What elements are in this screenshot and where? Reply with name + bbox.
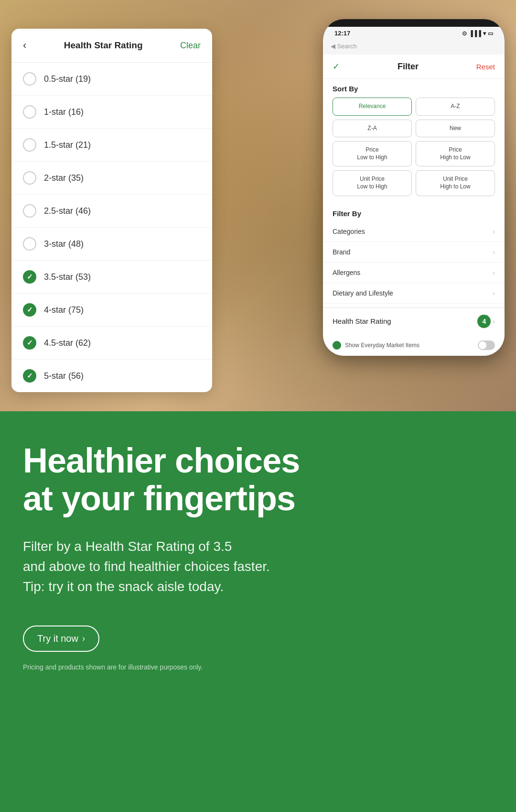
checkbox-2-5[interactable] xyxy=(23,204,36,218)
clear-button[interactable]: Clear xyxy=(180,41,201,51)
health-star-rating-row[interactable]: Health Star Rating 4 › xyxy=(323,307,505,335)
sort-grid: Relevance A-Z Z-A New PriceLow to High P… xyxy=(333,98,495,196)
filter-title: Filter xyxy=(398,62,419,72)
checkbox-4-5[interactable] xyxy=(23,336,36,350)
disclaimer-text: Pricing and products shown are for illus… xyxy=(23,663,493,671)
filter-header: ✓ Filter Reset xyxy=(323,55,505,79)
show-market-row[interactable]: Show Everyday Market Items xyxy=(323,335,505,356)
panel-header: ‹ Health Star Rating Clear xyxy=(11,29,212,63)
health-star-count-badge: 4 xyxy=(477,315,491,328)
chevron-right-icon: › xyxy=(493,228,495,235)
phone-search-bar[interactable]: ◀ Search xyxy=(323,40,505,55)
sub-text: Filter by a Health Star Rating of 3.5 an… xyxy=(23,537,493,597)
filter-brand-row[interactable]: Brand › xyxy=(323,242,505,263)
cta-arrow-icon: › xyxy=(82,634,85,644)
try-it-now-button[interactable]: Try it now › xyxy=(23,625,99,652)
health-star-rating-label: Health Star Rating xyxy=(333,317,391,325)
list-item[interactable]: 0.5-star (19) xyxy=(11,63,212,96)
star-label: 0.5-star (19) xyxy=(44,74,91,84)
checkbox-3-5[interactable] xyxy=(23,270,36,284)
list-item[interactable]: 4-star (75) xyxy=(11,294,212,327)
toggle-switch[interactable] xyxy=(478,340,495,350)
brand-label: Brand xyxy=(333,248,350,256)
wifi-icon: ▾ xyxy=(483,30,486,37)
chevron-right-icon: › xyxy=(493,269,495,276)
allergens-label: Allergens xyxy=(333,269,360,276)
chevron-right-icon: › xyxy=(493,289,495,297)
panel-title: Health Star Rating xyxy=(64,40,143,51)
woolworths-logo-icon xyxy=(333,341,341,350)
signal-icon: ▐▐▐ xyxy=(469,30,481,37)
star-label: 1-star (16) xyxy=(44,107,84,117)
status-icons: ⊙ ▐▐▐ ▾ ▭ xyxy=(462,30,493,37)
categories-label: Categories xyxy=(333,228,365,235)
sort-price-lh-button[interactable]: PriceLow to High xyxy=(333,141,412,166)
chevron-right-icon: › xyxy=(493,248,495,256)
sort-az-button[interactable]: A-Z xyxy=(416,98,495,116)
list-item[interactable]: 1-star (16) xyxy=(11,96,212,129)
filter-allergens-row[interactable]: Allergens › xyxy=(323,263,505,283)
list-item[interactable]: 4.5-star (62) xyxy=(11,327,212,360)
battery-icon: ⊙ xyxy=(462,30,467,37)
filter-by-label: Filter By xyxy=(323,206,505,221)
show-market-label: Show Everyday Market Items xyxy=(333,341,419,350)
chevron-right-icon: › xyxy=(493,318,495,325)
checkbox-4[interactable] xyxy=(23,303,36,317)
checkbox-1-5[interactable] xyxy=(23,138,36,152)
phone-content: ✓ Filter Reset Sort By Relevance A-Z Z-A… xyxy=(323,55,505,356)
checkbox-3[interactable] xyxy=(23,237,36,251)
star-label: 1.5-star (21) xyxy=(44,140,91,150)
filter-categories-row[interactable]: Categories › xyxy=(323,221,505,242)
battery-level-icon: ▭ xyxy=(488,30,493,37)
sort-unit-hl-button[interactable]: Unit PriceHigh to Low xyxy=(416,170,495,196)
star-label: 5-star (56) xyxy=(44,371,84,381)
back-arrow-icon[interactable]: ‹ xyxy=(23,39,26,52)
show-market-text: Show Everyday Market Items xyxy=(345,342,419,349)
cta-label: Try it now xyxy=(37,633,78,644)
checkmark-icon[interactable]: ✓ xyxy=(333,61,340,72)
list-item[interactable]: 2-star (35) xyxy=(11,162,212,195)
hero-section: Healthier choices at your fingertips Fil… xyxy=(0,411,516,812)
reset-button[interactable]: Reset xyxy=(476,63,495,71)
star-label: 2-star (35) xyxy=(44,173,84,183)
star-label: 4-star (75) xyxy=(44,305,84,315)
checkbox-5[interactable] xyxy=(23,369,36,383)
health-star-badge: 4 › xyxy=(477,315,495,328)
list-item[interactable]: 2.5-star (46) xyxy=(11,195,212,228)
sort-by-label: Sort By xyxy=(333,85,495,93)
star-label: 4.5-star (62) xyxy=(44,338,91,348)
star-label: 2.5-star (46) xyxy=(44,206,91,216)
search-back-icon: ◀ Search xyxy=(331,43,357,50)
sort-new-button[interactable]: New xyxy=(416,120,495,138)
dietary-label: Dietary and Lifestyle xyxy=(333,289,393,297)
phone-mockup: 12:17 ⊙ ▐▐▐ ▾ ▭ ◀ Search ✓ Filter Reset … xyxy=(323,19,505,356)
star-rating-list: 0.5-star (19) 1-star (16) 1.5-star (21) … xyxy=(11,63,212,392)
sort-za-button[interactable]: Z-A xyxy=(333,120,412,138)
list-item[interactable]: 1.5-star (21) xyxy=(11,129,212,162)
status-bar: 12:17 ⊙ ▐▐▐ ▾ ▭ xyxy=(323,27,505,40)
checkbox-2[interactable] xyxy=(23,171,36,185)
top-section: ‹ Health Star Rating Clear 0.5-star (19)… xyxy=(0,0,516,411)
list-item[interactable]: 3.5-star (53) xyxy=(11,261,212,294)
star-label: 3-star (48) xyxy=(44,239,84,249)
sort-unit-lh-button[interactable]: Unit PriceLow to High xyxy=(333,170,412,196)
main-headline: Healthier choices at your fingertips xyxy=(23,442,493,517)
checkbox-1[interactable] xyxy=(23,105,36,119)
status-time: 12:17 xyxy=(334,30,350,37)
list-item[interactable]: 3-star (48) xyxy=(11,228,212,261)
checkbox-0-5[interactable] xyxy=(23,72,36,86)
filter-by-section: Filter By Categories › Brand › Allergens… xyxy=(323,202,505,307)
health-star-panel: ‹ Health Star Rating Clear 0.5-star (19)… xyxy=(11,29,212,392)
sort-price-hl-button[interactable]: PriceHigh to Low xyxy=(416,141,495,166)
list-item[interactable]: 5-star (56) xyxy=(11,360,212,392)
sort-relevance-button[interactable]: Relevance xyxy=(333,98,412,116)
star-label: 3.5-star (53) xyxy=(44,272,91,282)
filter-dietary-row[interactable]: Dietary and Lifestyle › xyxy=(323,283,505,304)
sort-by-section: Sort By Relevance A-Z Z-A New PriceLow t… xyxy=(323,79,505,202)
